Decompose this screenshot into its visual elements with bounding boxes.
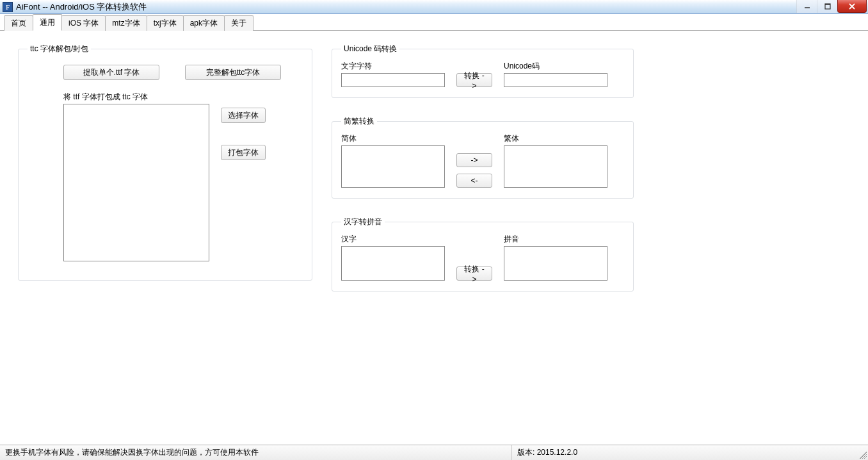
hanzi-label: 汉字 [341,234,445,245]
hanzi-textarea[interactable] [341,246,445,281]
unicode-code-label: Unicode码 [504,61,607,72]
window-title: AiFont -- Android/iOS 字体转换软件 [16,1,147,13]
jianfan-legend: 简繁转换 [341,116,377,127]
content-area: ttc 字体解包/封包 提取单个.ttf 字体 完整解包ttc字体 将 ttf … [0,31,868,322]
unicode-convert-button[interactable]: 转换 -> [456,73,492,87]
unicode-char-input[interactable] [341,73,445,87]
tab-bar: 首页 通用 iOS 字体 mtz字体 txj字体 apk字体 关于 [0,15,868,31]
minimize-button[interactable] [796,0,817,13]
maximize-button[interactable] [817,0,837,13]
ttc-legend: ttc 字体解包/封包 [28,44,91,54]
resize-grip-icon[interactable] [858,450,867,459]
extract-single-ttf-button[interactable]: 提取单个.ttf 字体 [63,65,159,80]
status-message: 更换手机字体有风险，请确保能解决因换字体出现的问题，方可使用本软件 [0,445,512,460]
pinyin-legend: 汉字转拼音 [341,217,385,227]
pinyin-textarea[interactable] [504,246,607,281]
pack-ttf-label: 将 ttf 字体打包成 ttc 字体 [63,92,303,103]
pinyin-label: 拼音 [504,234,607,245]
unicode-legend: Unicode 码转换 [341,44,399,54]
tab-general[interactable]: 通用 [33,14,62,31]
pack-font-button[interactable]: 打包字体 [221,145,266,160]
unicode-code-input[interactable] [504,73,607,87]
traditional-label: 繁体 [504,133,607,144]
tab-home[interactable]: 首页 [4,15,33,31]
to-simplified-button[interactable]: <- [456,174,492,188]
titlebar: F AiFont -- Android/iOS 字体转换软件 [0,0,868,14]
traditional-textarea[interactable] [504,145,607,188]
tab-about[interactable]: 关于 [224,15,253,31]
pinyin-convert-button[interactable]: 转换 -> [456,267,492,281]
select-font-button[interactable]: 选择字体 [221,108,266,123]
simplified-label: 简体 [341,133,445,144]
jianfan-group: 简繁转换 简体 -> <- 繁体 [332,116,634,199]
unicode-char-label: 文字字符 [341,61,445,72]
unicode-group: Unicode 码转换 文字字符 转换 -> Unicode码 [332,44,634,98]
simplified-textarea[interactable] [341,145,445,188]
tab-apk-font[interactable]: apk字体 [183,15,225,31]
app-icon: F [3,2,13,12]
tab-ios-font[interactable]: iOS 字体 [61,15,106,31]
close-button[interactable] [837,0,867,13]
status-bar: 更换手机字体有风险，请确保能解决因换字体出现的问题，方可使用本软件 版本: 20… [0,445,868,460]
unpack-ttc-button[interactable]: 完整解包ttc字体 [185,65,281,80]
tab-mtz-font[interactable]: mtz字体 [105,15,147,31]
status-version: 版本: 2015.12.2.0 [512,445,845,460]
tab-txj-font[interactable]: txj字体 [147,15,184,31]
to-traditional-button[interactable]: -> [456,153,492,167]
ttc-group: ttc 字体解包/封包 提取单个.ttf 字体 完整解包ttc字体 将 ttf … [18,44,312,281]
pinyin-group: 汉字转拼音 汉字 转换 -> 拼音 [332,217,634,292]
ttf-listbox[interactable] [63,104,209,261]
